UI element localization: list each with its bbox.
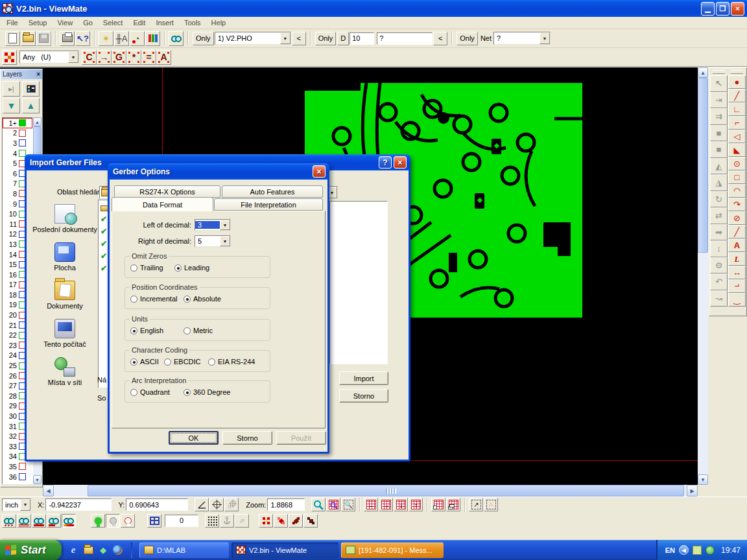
scroll-up-icon[interactable]: ▲: [33, 117, 42, 126]
view-mode-1-button[interactable]: [2, 514, 16, 528]
grid-value-field[interactable]: 0: [165, 515, 198, 527]
move-feature-tool-button[interactable]: ➡: [710, 224, 728, 241]
snap-button[interactable]: ◔: [130, 31, 145, 46]
measure-button[interactable]: ╫A: [114, 31, 129, 46]
menu-setup[interactable]: Setup: [23, 18, 53, 28]
path-draw-button[interactable]: ⌐: [728, 116, 746, 130]
gerber-dialog-titlebar[interactable]: Gerber Options ×: [108, 163, 329, 180]
layer-up-button[interactable]: ▲: [22, 98, 40, 113]
pan-right-button[interactable]: →: [379, 498, 393, 511]
angle-measure-button[interactable]: [195, 498, 209, 511]
folder-shortcut-icon[interactable]: [83, 545, 93, 555]
tab-rs274x-options[interactable]: RS274-X Options: [114, 185, 220, 198]
ellipse-draw-button[interactable]: ⊘: [728, 211, 746, 225]
select-gerber-button[interactable]: G: [112, 50, 126, 65]
place-dokumenty[interactable]: Dokumenty: [32, 281, 98, 310]
dcode-query-input[interactable]: ?: [377, 32, 433, 45]
radio-trailing[interactable]: Trailing: [130, 264, 163, 272]
highlight-on-button[interactable]: [91, 514, 105, 528]
sketch-draw-button[interactable]: ╱: [728, 225, 746, 239]
radio-ebcdic[interactable]: EBCDIC: [164, 358, 201, 366]
chevron-down-icon[interactable]: ▼: [540, 32, 550, 44]
radio-english[interactable]: English: [130, 327, 163, 334]
radio-quadrant[interactable]: Quadrant: [130, 388, 170, 396]
close-icon[interactable]: ×: [313, 165, 326, 178]
zoom-tool-button[interactable]: [311, 498, 326, 511]
resize-tool-button[interactable]: ⇄: [710, 207, 728, 224]
close-icon[interactable]: ×: [394, 156, 407, 169]
any-filter-combo[interactable]: Any (U) ▼: [19, 51, 79, 64]
layer-color-swatch[interactable]: [19, 139, 26, 146]
move-layer-button[interactable]: ▸|: [3, 81, 20, 97]
circle-draw-button[interactable]: ⊙: [728, 157, 746, 170]
place-m-sta-v-s-ti[interactable]: Místa v síti: [32, 357, 98, 386]
layer-table-button[interactable]: [22, 81, 40, 97]
flash-tool-button[interactable]: ■: [710, 141, 728, 158]
menu-edit[interactable]: Edit: [128, 18, 150, 28]
only-net-toggle[interactable]: Only: [456, 32, 478, 45]
only-dcode-toggle[interactable]: Only: [315, 32, 337, 45]
view-window-button[interactable]: [431, 498, 445, 511]
taskbar-task-viewmate[interactable]: V2.bin - ViewMate: [231, 542, 338, 558]
zoom-grid-button[interactable]: [326, 498, 340, 511]
scroll-left-icon[interactable]: ◀: [43, 485, 54, 496]
step-spacing-tool-button[interactable]: ↕: [710, 240, 728, 257]
grid-dots-button[interactable]: [205, 514, 219, 528]
radio-leading[interactable]: Leading: [174, 264, 209, 272]
text-draw-button[interactable]: A: [728, 239, 746, 252]
corner-draw-button[interactable]: ⌐: [728, 279, 746, 293]
layer-row[interactable]: 1+: [3, 118, 32, 128]
select-tool-button[interactable]: ↖: [710, 75, 728, 92]
highlight-off-button[interactable]: [106, 514, 120, 528]
view-mode-3-button[interactable]: [32, 514, 46, 528]
rotate-tool-button[interactable]: ↻: [710, 191, 728, 208]
vscroll-thumb[interactable]: [698, 78, 708, 253]
apply-button[interactable]: Použít: [276, 431, 326, 445]
radio-absolute[interactable]: Absolute: [184, 295, 221, 303]
chevron-down-icon[interactable]: ▼: [20, 499, 30, 511]
dcode-button[interactable]: D: [337, 32, 349, 45]
select-area-button[interactable]: ↗: [469, 498, 483, 511]
radio-ascii[interactable]: ASCII: [130, 358, 159, 366]
view-mode-5-button[interactable]: [62, 514, 76, 528]
tab-auto-features[interactable]: Auto Features: [222, 185, 323, 198]
layer-row[interactable]: 3: [3, 138, 32, 148]
mirror-h-tool-button[interactable]: ◮: [710, 174, 728, 191]
select-text-button[interactable]: A: [156, 50, 171, 65]
prev-dcode-button[interactable]: <: [433, 32, 447, 45]
tab-data-format[interactable]: Data Format: [112, 197, 213, 211]
measure-draw-button[interactable]: ↔: [728, 266, 746, 279]
messenger-tray-icon[interactable]: [693, 546, 702, 555]
close-icon[interactable]: ×: [731, 2, 744, 16]
pad-draw-button[interactable]: ●: [728, 75, 746, 89]
net-combo[interactable]: ? ▼: [493, 32, 551, 45]
highlight-outline-button[interactable]: [121, 514, 135, 528]
fan-draw-button[interactable]: ◁: [728, 130, 746, 143]
green-app-icon[interactable]: ◆: [98, 545, 108, 555]
view-layers-button[interactable]: [446, 498, 460, 511]
place-tento-po-ta[interactable]: Tento počítač: [32, 319, 98, 348]
layer-scroll-thumb[interactable]: [33, 126, 42, 155]
grid-table-button[interactable]: [147, 514, 161, 528]
place-plocha[interactable]: Plocha: [32, 242, 98, 272]
label-draw-button[interactable]: L: [728, 252, 746, 266]
print-button[interactable]: [60, 31, 75, 46]
start-button[interactable]: Start: [0, 540, 62, 560]
prev-layer-button[interactable]: <: [292, 32, 306, 45]
arc-draw-button[interactable]: ◠: [728, 184, 746, 198]
chevron-down-icon[interactable]: ▼: [220, 236, 230, 246]
scroll-up-icon[interactable]: ▲: [698, 67, 708, 78]
left-of-decimal-combo[interactable]: 3▼: [195, 219, 231, 231]
pan-down-button[interactable]: ↓: [394, 498, 408, 511]
line-draw-button[interactable]: ╱: [728, 89, 746, 102]
menu-file[interactable]: File: [1, 18, 23, 28]
colors-button[interactable]: [145, 31, 160, 46]
flash-mode-2-button[interactable]: [274, 514, 288, 528]
language-indicator[interactable]: EN: [665, 546, 675, 554]
reroute-tool-button[interactable]: ↝: [710, 290, 728, 307]
radio-incremental[interactable]: Incremental: [130, 295, 177, 303]
storno-button[interactable]: Storno: [339, 389, 388, 402]
menu-view[interactable]: View: [52, 18, 78, 28]
transfer-tool-button[interactable]: ⇥: [710, 92, 728, 109]
y-coordinate-field[interactable]: 0.690643: [126, 498, 188, 511]
